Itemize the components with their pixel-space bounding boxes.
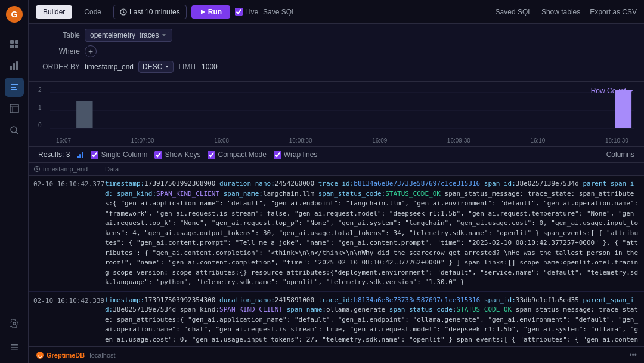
add-where-button[interactable]: + — [85, 45, 97, 57]
single-column-toggle[interactable]: Single Column — [91, 150, 147, 159]
export-csv-button[interactable]: Export as CSV — [590, 8, 637, 16]
limit-value: 1000 — [202, 63, 218, 71]
order-row-builder: ORDER BY timestamp_end DESC LIMIT 1000 — [38, 61, 634, 73]
more-options-button[interactable]: ••• — [629, 351, 637, 359]
time-range-label: Last 10 minutes — [129, 8, 180, 16]
results-number: 3 — [66, 150, 70, 159]
chevron-down-icon-dir — [165, 64, 169, 69]
row-data-2: timestamp:173917503992354300 duration_na… — [105, 296, 639, 347]
order-by-label: ORDER BY — [38, 63, 80, 71]
chart-svg — [50, 87, 634, 134]
svg-rect-5 — [15, 45, 18, 48]
where-label: Where — [38, 47, 80, 56]
order-dir-select[interactable]: DESC — [138, 61, 174, 73]
th-data-label: Data — [105, 165, 119, 173]
svg-rect-8 — [16, 61, 18, 70]
live-label: Live — [245, 8, 258, 16]
limit-label: LIMIT — [178, 63, 197, 71]
show-keys-label: Show Keys — [165, 150, 200, 159]
query-builder: Table opentelemetry_traces Where + ORDER… — [29, 24, 644, 82]
live-toggle[interactable]: Live — [235, 8, 258, 16]
chevron-down-icon — [161, 32, 167, 38]
connection-label: localhost — [89, 352, 115, 359]
table-row: 02-10 16:10:42.339 timestamp:17391750399… — [29, 292, 644, 347]
compact-mode-checkbox[interactable] — [208, 151, 215, 159]
row-count-toggle[interactable]: Row Count — [591, 87, 634, 95]
table-header: timestamp_end Data — [29, 163, 644, 176]
svg-rect-23 — [615, 90, 631, 128]
brand-logo: G GreptimeDB — [36, 351, 85, 359]
svg-rect-4 — [10, 45, 14, 48]
single-column-checkbox[interactable] — [91, 151, 98, 159]
svg-rect-16 — [11, 350, 18, 351]
builder-tab[interactable]: Builder — [36, 5, 72, 19]
brand-icon: G — [36, 351, 44, 359]
single-column-label: Single Column — [101, 150, 147, 159]
svg-rect-3 — [15, 40, 18, 44]
svg-rect-2 — [10, 40, 14, 44]
compact-mode-label: Compact Mode — [218, 150, 266, 159]
table-row: 02-10 16:10:42.377 timestamp:17391750399… — [29, 176, 644, 292]
sidebar-icon-menu[interactable] — [5, 338, 24, 357]
th-timestamp: timestamp_end — [33, 165, 105, 173]
svg-point-12 — [11, 127, 17, 133]
saved-sql-button[interactable]: Saved SQL — [496, 8, 532, 16]
svg-marker-18 — [201, 10, 205, 14]
wrap-lines-label: Wrap lines — [284, 150, 317, 159]
show-tables-button[interactable]: Show tables — [541, 8, 580, 16]
show-keys-toggle[interactable]: Show Keys — [154, 150, 200, 159]
svg-rect-9 — [10, 104, 18, 113]
bottom-bar: G GreptimeDB localhost ••• — [29, 346, 644, 363]
sidebar-icon-chart[interactable] — [5, 56, 24, 75]
row-count-label: Row Count — [591, 87, 626, 95]
clock-icon-header — [33, 165, 41, 173]
chevron-down-icon-chart — [628, 88, 634, 94]
chart-y-labels: 2 1 0 — [38, 87, 42, 128]
main-content: Builder Code Last 10 minutes Run Live Sa… — [29, 0, 644, 363]
app-logo[interactable]: G — [5, 5, 24, 24]
order-dir-value: DESC — [143, 63, 162, 71]
sidebar-icon-grid[interactable] — [5, 35, 24, 54]
table-row-builder: Table opentelemetry_traces — [38, 29, 634, 42]
compact-mode-toggle[interactable]: Compact Mode — [208, 150, 266, 159]
time-range-button[interactable]: Last 10 minutes — [113, 5, 187, 19]
live-checkbox[interactable] — [235, 8, 243, 16]
svg-line-13 — [16, 132, 18, 134]
svg-rect-6 — [10, 66, 12, 70]
th-data: Data — [105, 165, 639, 173]
svg-rect-7 — [13, 63, 15, 70]
row-data-1: timestamp:173917503992308900 duration_na… — [105, 179, 639, 288]
wrap-lines-toggle[interactable]: Wrap lines — [274, 150, 317, 159]
clock-icon — [120, 8, 127, 16]
svg-text:G: G — [11, 10, 17, 19]
run-button[interactable]: Run — [191, 5, 230, 19]
sidebar-icon-table[interactable] — [5, 99, 24, 118]
sidebar-icon-settings[interactable] — [5, 314, 24, 333]
columns-button[interactable]: Columns — [606, 150, 634, 159]
where-row-builder: Where + — [38, 45, 634, 57]
brand-name: GreptimeDB — [47, 352, 85, 359]
show-keys-checkbox[interactable] — [154, 151, 162, 159]
th-timestamp-label: timestamp_end — [43, 165, 88, 173]
order-field-value: timestamp_end — [85, 63, 134, 71]
run-icon — [200, 9, 206, 15]
data-table: timestamp_end Data 02-10 16:10:42.377 ti… — [29, 163, 644, 346]
wrap-lines-checkbox[interactable] — [274, 151, 281, 159]
svg-text:G: G — [38, 353, 42, 359]
sidebar-icon-query[interactable] — [5, 78, 24, 97]
row-timestamp-1: 02-10 16:10:42.377 — [33, 179, 105, 188]
save-sql-button[interactable]: Save SQL — [263, 8, 296, 16]
toolbar: Builder Code Last 10 minutes Run Live Sa… — [29, 0, 644, 24]
table-value: opentelemetry_traces — [90, 31, 159, 39]
signal-icon — [77, 151, 83, 158]
sidebar: G — [0, 0, 29, 363]
row-timestamp-2: 02-10 16:10:42.339 — [33, 296, 105, 304]
table-select[interactable]: opentelemetry_traces — [85, 29, 172, 42]
chart-area: Row Count 2 1 0 — [29, 82, 644, 147]
results-bar: Results: 3 Single Column Show Keys Compa… — [29, 147, 644, 163]
code-tab[interactable]: Code — [77, 5, 109, 19]
svg-rect-22 — [76, 101, 92, 128]
results-count: Results: 3 — [38, 150, 70, 159]
toolbar-right: Saved SQL Show tables Export as CSV — [496, 8, 637, 16]
sidebar-icon-explore[interactable] — [5, 121, 24, 140]
